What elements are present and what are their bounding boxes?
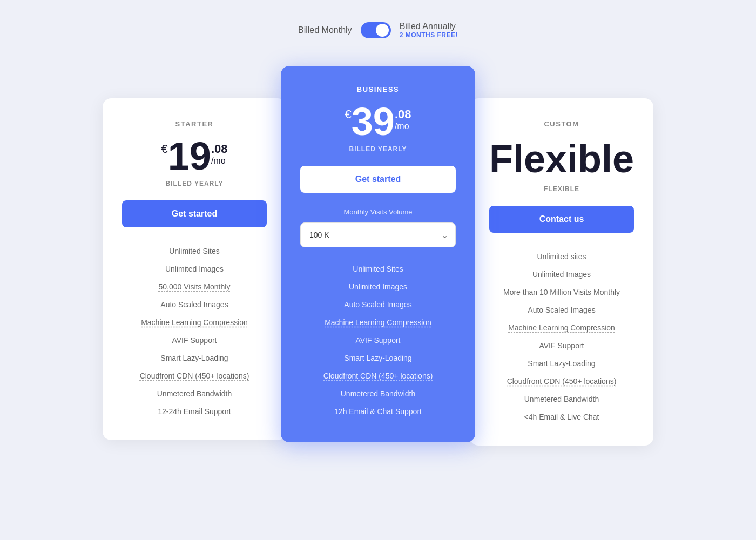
list-item: Unmetered Bandwidth <box>300 385 456 403</box>
list-item: Machine Learning Compression <box>300 314 456 332</box>
starter-get-started-button[interactable]: Get started <box>122 200 267 227</box>
starter-currency: € <box>161 142 168 156</box>
list-item: 12-24h Email Support <box>122 403 267 421</box>
list-item: 50,000 Visits Monthly <box>122 278 267 296</box>
billing-toggle-switch[interactable] <box>361 22 391 38</box>
business-price-main: 39 <box>352 102 395 141</box>
billing-toggle: Billed Monthly Billed Annually 2 MONTHS … <box>298 22 458 39</box>
business-currency: € <box>345 107 352 122</box>
custom-price: Flexible <box>489 137 634 181</box>
list-item: Auto Scaled Images <box>300 296 456 314</box>
custom-contact-button[interactable]: Contact us <box>489 206 634 233</box>
starter-billing-freq: BILLED YEARLY <box>122 180 267 187</box>
list-item: Unlimited Images <box>300 278 456 296</box>
list-item: Unlimited Sites <box>122 242 267 260</box>
business-price-decimal: .08 <box>395 107 411 122</box>
list-item: Smart Lazy-Loading <box>300 349 456 367</box>
list-item: Auto Scaled Images <box>489 301 634 319</box>
free-badge: 2 MONTHS FREE! <box>400 31 458 39</box>
starter-price-period: /mo <box>211 156 228 166</box>
volume-select[interactable]: 100 K 250 K 500 K 1 M 5 M <box>300 222 456 247</box>
starter-price: € 19 .08 /mo <box>122 137 267 176</box>
list-item: Unmetered Bandwidth <box>489 390 634 408</box>
list-item: Unlimited Sites <box>300 260 456 278</box>
plan-business: BUSINESS € 39 .08 /mo BILLED YEARLY Get … <box>281 66 475 442</box>
list-item: Unmetered Bandwidth <box>122 385 267 403</box>
starter-plan-name: STARTER <box>122 120 267 128</box>
custom-plan-name: CUSTOM <box>489 120 634 128</box>
business-price: € 39 .08 /mo <box>300 102 456 141</box>
list-item: Cloudfront CDN (450+ locations) <box>122 367 267 385</box>
business-get-started-button[interactable]: Get started <box>300 166 456 193</box>
business-plan-name: BUSINESS <box>300 85 456 93</box>
custom-billing-freq: FLEXIBLE <box>489 185 634 193</box>
list-item: Unlimited Images <box>122 260 267 278</box>
list-item: Smart Lazy-Loading <box>489 355 634 373</box>
starter-price-decimal: .08 <box>211 142 228 156</box>
plan-custom: CUSTOM Flexible FLEXIBLE Contact us Unli… <box>470 98 653 446</box>
volume-section: Monthly Visits Volume <box>300 208 456 216</box>
starter-price-decimal-wrap: .08 /mo <box>211 142 228 166</box>
billing-annually-wrap: Billed Annually 2 MONTHS FREE! <box>400 22 458 39</box>
list-item: Auto Scaled Images <box>122 296 267 314</box>
volume-label: Monthly Visits Volume <box>300 208 456 216</box>
list-item: Smart Lazy-Loading <box>122 349 267 367</box>
plan-starter: STARTER € 19 .08 /mo BILLED YEARLY Get s… <box>103 98 286 440</box>
list-item: Unlimited Images <box>489 266 634 284</box>
volume-select-wrap[interactable]: 100 K 250 K 500 K 1 M 5 M ⌄ <box>300 222 456 247</box>
billing-annually-label: Billed Annually <box>400 22 456 31</box>
list-item: 12h Email & Chat Support <box>300 403 456 421</box>
list-item: AVIF Support <box>122 332 267 349</box>
list-item: <4h Email & Live Chat <box>489 408 634 426</box>
starter-price-main: 19 <box>168 137 211 176</box>
custom-features-list: Unlimited sites Unlimited Images More th… <box>489 248 634 426</box>
list-item: More than 10 Million Visits Monthly <box>489 284 634 301</box>
list-item: Machine Learning Compression <box>489 319 634 337</box>
list-item: Unlimited sites <box>489 248 634 266</box>
billing-monthly-label: Billed Monthly <box>298 25 352 35</box>
business-price-period: /mo <box>395 122 411 131</box>
business-price-decimal-wrap: .08 /mo <box>395 107 411 131</box>
business-features-list: Unlimited Sites Unlimited Images Auto Sc… <box>300 260 456 421</box>
list-item: Machine Learning Compression <box>122 314 267 332</box>
list-item: Cloudfront CDN (450+ locations) <box>300 367 456 385</box>
list-item: Cloudfront CDN (450+ locations) <box>489 373 634 390</box>
plans-container: STARTER € 19 .08 /mo BILLED YEARLY Get s… <box>81 66 675 446</box>
list-item: AVIF Support <box>489 337 634 355</box>
list-item: AVIF Support <box>300 332 456 349</box>
business-billing-freq: BILLED YEARLY <box>300 145 456 153</box>
starter-features-list: Unlimited Sites Unlimited Images 50,000 … <box>122 242 267 421</box>
